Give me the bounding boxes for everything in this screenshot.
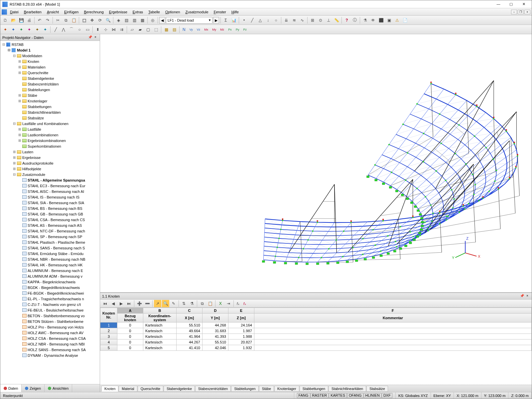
undo-icon[interactable]: ↶ <box>36 17 43 24</box>
loadcase-prev[interactable]: ◀ <box>159 17 165 24</box>
tree-item[interactable]: STAHL AS - Bemessung nach AS <box>0 222 100 228</box>
report-icon[interactable]: 📄 <box>401 17 409 24</box>
table-tab[interactable]: Stabnichtlinearitäten <box>329 386 366 392</box>
minimize-button[interactable]: — <box>492 1 504 7</box>
snap-toggle[interactable]: HLINIEN <box>364 393 381 398</box>
tree-item[interactable]: ⊞Ergebniskombinationen <box>0 138 100 143</box>
edit3-icon[interactable]: ✦ <box>18 26 25 33</box>
tree-item[interactable]: ⊞Querschnitte <box>0 70 100 75</box>
tree-item[interactable]: DYNAM - Dynamische Analyse <box>0 352 100 358</box>
tree-item[interactable]: STAHL IS - Bemessung nach IS <box>0 194 100 200</box>
tree-item[interactable]: ⊟RSTAB <box>0 42 100 47</box>
rect-icon[interactable]: ▭ <box>84 26 91 33</box>
tbl-sort-icon[interactable]: ⇅ <box>180 300 188 307</box>
boxsel3-icon[interactable]: ▢ <box>144 26 152 33</box>
menu-fenster[interactable]: Fenster <box>211 9 228 15</box>
snap-toggle[interactable]: FANG <box>297 393 310 398</box>
table-row[interactable]: 40Kartesisch44.26755.51020.827 <box>100 339 532 345</box>
menu-datei[interactable]: Datei <box>8 9 21 15</box>
show-deform-icon[interactable]: ∿ <box>299 17 306 24</box>
polyline-icon[interactable]: ⋀ <box>60 26 67 33</box>
tbl-goto-icon[interactable]: ↗ <box>154 300 161 307</box>
menu-optionen[interactable]: Optionen <box>163 9 183 15</box>
tree-item[interactable]: STAHL SANS - Bemessung nach S <box>0 245 100 251</box>
tree-item[interactable]: ⊞Hilfsobjekte <box>0 166 100 172</box>
tbl-last-icon[interactable]: ⏭ <box>125 300 133 307</box>
offset-icon[interactable]: ⇉ <box>118 26 125 33</box>
ortho-icon[interactable]: ⊥ <box>325 17 332 24</box>
move-icon[interactable]: ✥ <box>88 17 96 24</box>
tree-item[interactable]: Stabbettungen <box>0 104 100 109</box>
menu-tabelle[interactable]: Tabelle <box>146 9 162 15</box>
tab-views[interactable]: Ansichten <box>45 384 72 392</box>
tree-item[interactable]: Stabnichtlinearitäten <box>0 109 100 115</box>
edit2-icon[interactable]: ✦ <box>10 26 17 33</box>
table-tab[interactable]: Stäbe <box>259 386 274 392</box>
tbl-add-icon[interactable]: ➕ <box>136 300 143 307</box>
tbl-fx2-icon[interactable]: fₓ <box>242 300 248 307</box>
tbl-first-icon[interactable]: ⏮ <box>101 300 109 307</box>
module-icon[interactable]: ▣ <box>385 17 393 24</box>
menu-ansicht[interactable]: Ansicht <box>45 9 61 15</box>
check-icon[interactable]: ⚠ <box>393 17 401 24</box>
snap-toggle[interactable]: RASTER <box>311 393 329 398</box>
table-tab[interactable]: Stabexzentrizitäten <box>195 386 231 392</box>
table-row[interactable]: 20Kartesisch49.66431.6831.987 <box>100 328 532 334</box>
table-tab[interactable]: Stabendgelenke <box>164 386 195 392</box>
grid-icon[interactable]: ⊞ <box>309 17 316 24</box>
tree-item[interactable]: ⊞Stäbe <box>0 92 100 98</box>
table-tab[interactable]: Knotenlager <box>274 386 299 392</box>
tbl-copy-icon[interactable]: ⧉ <box>199 300 206 307</box>
copy-icon[interactable]: ⧉ <box>62 17 69 24</box>
menu-zusatzmodule[interactable]: Zusatzmodule <box>183 9 211 15</box>
zoom-icon[interactable]: 🔍 <box>104 17 112 24</box>
tree-item[interactable]: ⊟Modelldaten <box>0 53 100 59</box>
tree-item[interactable]: KAPPA - Biegeknicknachweis <box>0 279 100 285</box>
tree-item[interactable]: HOLZ SANS - Bemessung nach SA <box>0 347 100 352</box>
table-row[interactable]: 10Kartesisch55.51044.26824.164 <box>100 323 532 328</box>
tree-item[interactable]: STAHL - Allgemeine Spannungsa <box>0 177 100 183</box>
force-mz-icon[interactable]: Mz <box>218 26 226 33</box>
tree-item[interactable]: C-ZU-T - Nachweis von grenz c/t <box>0 302 100 307</box>
tbl-find-icon[interactable]: 🔍 <box>162 300 169 307</box>
edit5-icon[interactable]: ✦ <box>34 26 41 33</box>
menu-hilfe[interactable]: Hilfe <box>229 9 241 15</box>
snap-toggle[interactable]: OFANG <box>347 393 363 398</box>
tree-item[interactable]: ⊞Ergebnisse <box>0 155 100 160</box>
loadcase-next[interactable]: ▶ <box>213 17 219 24</box>
menu-einfügen[interactable]: Einfügen <box>62 9 81 15</box>
tree-item[interactable]: STAHL Plastisch - Plastische Beme <box>0 239 100 245</box>
panel-pin-icon[interactable]: 📌 <box>88 35 92 40</box>
maximize-button[interactable]: ▢ <box>505 1 517 7</box>
table-row[interactable]: 50Kartesisch41.41042.0461.932 <box>100 345 532 351</box>
calc-icon[interactable]: Σ <box>222 17 229 24</box>
tree-item[interactable]: HOLZ NBR - Bemessung nach NBI <box>0 341 100 347</box>
snap-icon[interactable]: ⊙ <box>317 17 324 24</box>
tree-item[interactable]: BGDK - Biegedrillknicknachweis <box>0 285 100 290</box>
table-close-icon[interactable]: × <box>525 294 530 299</box>
menu-extras[interactable]: Extras <box>130 9 145 15</box>
table-tab[interactable]: Querschnitte <box>138 386 164 392</box>
force-px-icon[interactable]: Px <box>226 26 233 33</box>
tree-item[interactable]: ⊞Knotenlager <box>0 98 100 104</box>
tree-item[interactable]: Stabendgelenke <box>0 75 100 81</box>
table-icon[interactable]: ▦ <box>163 26 170 33</box>
view-iso-icon[interactable]: ◈ <box>115 17 122 24</box>
table-tab[interactable]: Stabteilungen <box>231 386 258 392</box>
tree-item[interactable]: HOLZ Pro - Bemessung von Holzs <box>0 324 100 330</box>
tbl-next-icon[interactable]: ▶ <box>117 300 125 307</box>
tree-item[interactable]: FE-BGDK - Biegedrillknicknachwei <box>0 290 100 296</box>
tree-item[interactable]: Superkombinationen <box>0 143 100 149</box>
table-tab[interactable]: Stabbettungen <box>300 386 328 392</box>
line-icon[interactable]: ╱ <box>52 26 59 33</box>
connect-icon[interactable]: ⋈ <box>110 26 117 33</box>
support-icon[interactable]: △ <box>256 17 264 24</box>
force-mx-icon[interactable]: Mx <box>202 26 210 33</box>
force-vy-icon[interactable]: Vy <box>188 26 195 33</box>
view-y-icon[interactable]: ▥ <box>131 17 138 24</box>
visibility-icon[interactable]: 👁 <box>369 17 377 24</box>
table-tab[interactable]: Knoten <box>101 386 118 392</box>
table-row[interactable]: 30Kartesisch41.96441.3931.988 <box>100 334 532 339</box>
show-results-icon[interactable]: ≋ <box>291 17 298 24</box>
print-icon[interactable]: 🖨 <box>26 17 33 24</box>
